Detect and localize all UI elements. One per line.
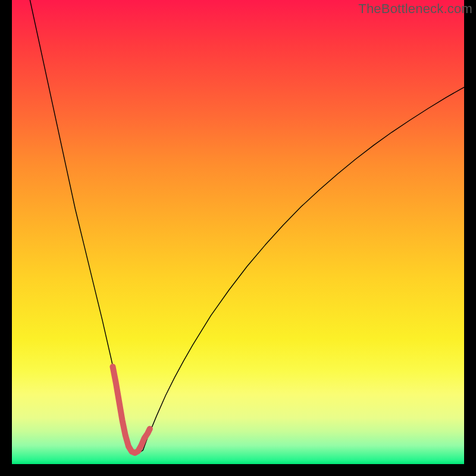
frame-left: [0, 0, 12, 476]
series-highlight-pink: [112, 367, 149, 453]
watermark-text: TheBottleneck.com: [358, 1, 472, 17]
series-curve-black: [30, 0, 464, 453]
chart-svg: [12, 0, 464, 464]
frame-bottom: [0, 464, 476, 476]
